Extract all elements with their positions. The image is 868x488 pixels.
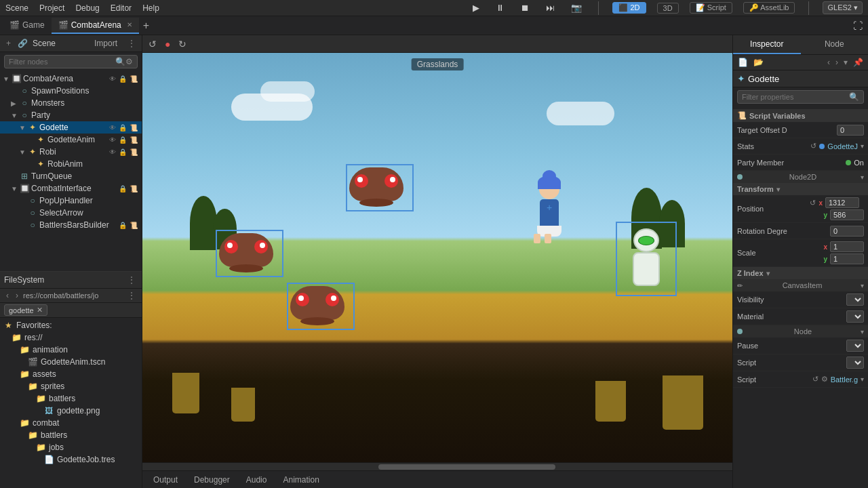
combat-arena-tab[interactable]: 🎬 CombatArena ✕ — [52, 18, 139, 34]
step-button[interactable]: ⏭ — [543, 1, 557, 14]
viewport-scrollbar[interactable] — [142, 462, 732, 470]
fs-item-assets[interactable]: 📁 assets — [0, 368, 142, 380]
tab-close-button[interactable]: ✕ — [127, 21, 132, 28]
target-offset-input[interactable] — [837, 125, 864, 136]
tree-item-godette[interactable]: ▼ ✦ Godette 👁 🔒 📜 — [0, 121, 142, 134]
link-node-button[interactable]: 🔗 — [16, 38, 30, 49]
audio-tab[interactable]: Audio — [238, 472, 275, 487]
fs-forward-button[interactable]: › — [14, 290, 20, 301]
stats-dropdown-icon[interactable]: ▾ — [861, 142, 864, 150]
filesystem-menu-button[interactable]: ⋮ — [125, 274, 138, 285]
script-empty-dropdown[interactable] — [846, 357, 864, 369]
tree-arrow[interactable]: ▼ — [3, 75, 11, 83]
tree-item-godette-anim[interactable]: ▶ ✦ GodetteAnim 👁 🔒 📜 — [0, 134, 142, 146]
add-tab-button[interactable]: + — [139, 20, 153, 32]
godette-script-icon[interactable]: 📜 — [128, 124, 139, 131]
redo-button[interactable]: ↻ — [176, 39, 189, 49]
fs-item-battlers-folder[interactable]: 📁 battlers — [0, 392, 142, 405]
position-reload-icon[interactable]: ↺ — [810, 199, 816, 207]
filter-properties-input[interactable] — [742, 93, 849, 101]
import-tab-label[interactable]: Import — [94, 39, 117, 48]
scene-tab[interactable]: 🎬 Game — [3, 18, 52, 34]
tree-item-party[interactable]: ▼ ○ Party — [0, 109, 142, 121]
rotation-input[interactable] — [830, 226, 864, 237]
scale-y-input[interactable] — [830, 253, 864, 264]
tree-item-select-arrow[interactable]: ▶ ○ SelectArrow — [0, 207, 142, 219]
tree-item-spawn-positions[interactable]: ▶ ○ SpawnPositions — [0, 85, 142, 97]
debugger-tab[interactable]: Debugger — [186, 472, 238, 487]
tree-arrow-robi[interactable]: ▼ — [19, 148, 27, 156]
mode-2d-button[interactable]: ⬛ 2D — [612, 2, 646, 14]
menu-help[interactable]: Help — [142, 3, 159, 13]
fs-item-favorites[interactable]: ★ Favorites: — [0, 319, 142, 331]
mode-script-button[interactable]: 📝 Script — [690, 2, 732, 14]
output-tab[interactable]: Output — [145, 472, 186, 487]
fs-item-godette-anim-tscn[interactable]: 🎬 GodetteAnim.tscn — [0, 356, 142, 368]
pause-dropdown[interactable] — [846, 340, 864, 352]
visibility-dropdown[interactable] — [846, 293, 864, 306]
transform-expand[interactable]: ▾ — [776, 186, 780, 193]
pause-button[interactable]: ⏸ — [493, 1, 507, 14]
fs-item-battlers-folder2[interactable]: 📁 battlers — [0, 429, 142, 441]
fs-item-animation[interactable]: 📁 animation — [0, 344, 142, 356]
visibility-icon[interactable]: 👁 — [108, 75, 117, 83]
fs-back-button[interactable]: ‹ — [4, 290, 11, 301]
fs-item-sprites[interactable]: 📁 sprites — [0, 380, 142, 392]
fs-item-godette-job-tres[interactable]: 📄 GodetteJob.tres — [0, 453, 142, 466]
canvas-item-expand[interactable]: ▾ — [861, 282, 864, 289]
tree-item-combat-arena[interactable]: ▼ 🔲 CombatArena 👁 🔒 📜 — [0, 73, 142, 85]
z-index-expand[interactable]: ▾ — [766, 270, 770, 277]
maximize-button[interactable]: ⛶ — [850, 19, 865, 33]
viewport-area[interactable]: + Grasslands — [142, 53, 732, 462]
scene-menu-button[interactable]: ⋮ — [125, 38, 138, 49]
script-dropdown-icon[interactable]: ▾ — [861, 375, 864, 383]
script-icon[interactable]: 📜 — [128, 75, 139, 83]
stop-button[interactable]: ⏹ — [518, 1, 532, 14]
renderer-selector[interactable]: GLES2 ▾ — [823, 1, 863, 14]
prev-button[interactable]: ‹ — [825, 56, 832, 68]
robi-visibility-icon[interactable]: 👁 — [108, 148, 117, 156]
new-script-button[interactable]: 📄 — [736, 56, 750, 68]
fs-options-button[interactable]: ⋮ — [125, 290, 138, 301]
tree-item-popup-handler[interactable]: ▶ ○ PopUpHandler — [0, 195, 142, 207]
material-dropdown[interactable] — [846, 310, 864, 323]
position-x-input[interactable] — [825, 197, 859, 208]
mode-assetlib-button[interactable]: 🔑 AssetLib — [743, 2, 795, 14]
menu-debug[interactable]: Debug — [75, 3, 99, 13]
menu-project[interactable]: Project — [39, 3, 64, 13]
animation-tab[interactable]: Animation — [275, 472, 327, 487]
node-tab[interactable]: Node — [801, 35, 869, 54]
robi-lock-icon[interactable]: 🔒 — [117, 148, 128, 156]
script-reload-icon[interactable]: ↺ — [812, 375, 818, 384]
ci-script-icon[interactable]: 📜 — [128, 185, 139, 192]
battlers-script-icon[interactable]: 📜 — [128, 222, 139, 229]
godette-anim-visibility-icon[interactable]: 👁 — [108, 136, 117, 144]
undo-button[interactable]: ↺ — [146, 39, 159, 49]
fs-item-res[interactable]: 📁 res:// — [0, 331, 142, 344]
robi-script-icon[interactable]: 📜 — [128, 148, 139, 156]
scrollbar-thumb[interactable] — [378, 464, 555, 470]
godette-visibility-icon[interactable]: 👁 — [108, 124, 117, 131]
scale-x-input[interactable] — [830, 241, 864, 252]
history-button[interactable]: ▾ — [842, 56, 850, 68]
menu-editor[interactable]: Editor — [111, 3, 132, 13]
node2d-expand[interactable]: ▾ — [861, 174, 864, 181]
stats-link[interactable]: GodetteJ — [827, 142, 858, 150]
play-button[interactable]: ▶ — [470, 1, 482, 14]
tree-arrow-monsters[interactable]: ▶ — [11, 100, 19, 107]
tree-item-monsters[interactable]: ▶ ○ Monsters — [0, 97, 142, 109]
next-button[interactable]: › — [833, 56, 840, 68]
add-node-button[interactable]: + — [4, 38, 13, 49]
filter-tag-close[interactable]: ✕ — [37, 306, 43, 314]
godette-lock-icon[interactable]: 🔒 — [117, 124, 128, 131]
godette-anim-script-icon[interactable]: 📜 — [128, 136, 139, 144]
menu-scene[interactable]: Scene — [5, 3, 28, 13]
ci-lock-icon[interactable]: 🔒 — [117, 185, 128, 192]
tree-item-combat-interface[interactable]: ▼ 🔲 CombatInterface 🔒 📜 — [0, 182, 142, 195]
fs-item-combat[interactable]: 📁 combat — [0, 417, 142, 429]
camera-button[interactable]: 📷 — [568, 1, 585, 14]
script-filename[interactable]: Battler.g — [831, 375, 858, 384]
tree-item-battlers-bars[interactable]: ▶ ○ BattlersBarsBuilder 🔒 📜 — [0, 219, 142, 231]
mode-3d-button[interactable]: 3D — [657, 3, 679, 14]
battlers-lock-icon[interactable]: 🔒 — [117, 222, 128, 229]
